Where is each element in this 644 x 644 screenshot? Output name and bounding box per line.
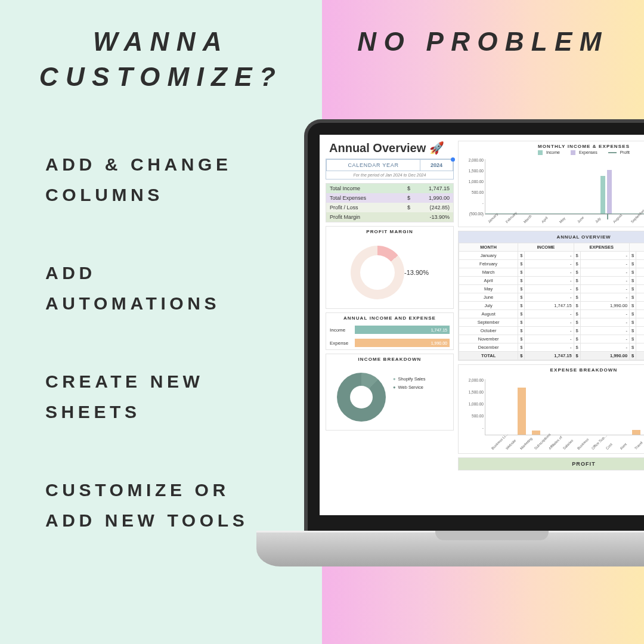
xl: July <box>595 216 602 224</box>
ytick: 2,000.00 <box>461 378 484 382</box>
profit-dip <box>607 214 608 219</box>
table-row: August$-$-$- <box>459 310 645 318</box>
monthly-chart-title: MONTHLY INCOME & EXPENSES <box>461 144 644 149</box>
overview-total-row: TOTAL $1,747.15 $1,990.00 $(242.85) <box>459 352 645 360</box>
table-row: November$-$-$- <box>459 335 645 343</box>
bullet-1: ADD & CHANGE COLUMNS <box>45 149 272 210</box>
income-bar: 1,747.15 <box>355 326 450 334</box>
overview-table-panel: ANNUAL OVERVIEW MONTH INCOME EXPENSES PR… <box>458 231 644 361</box>
xl: August <box>612 213 623 224</box>
donut-icon <box>337 373 386 422</box>
laptop-notch <box>435 531 549 540</box>
ytick: 500.00 <box>461 190 484 194</box>
cell-profit: - <box>636 252 644 260</box>
cell-expenses: - <box>580 285 629 293</box>
income-breakdown-title: INCOME BREAKDOWN <box>326 354 453 364</box>
cell-profit: - <box>636 343 644 352</box>
xl: Affiliates of <box>548 435 563 450</box>
cell-income: - <box>525 252 574 260</box>
dashboard-left-col: Annual Overview 🚀 CALENDAR YEAR 2024 For… <box>326 141 454 434</box>
calendar-year-panel: CALENDAR YEAR 2024 For the period of Jan… <box>326 159 454 179</box>
overview-table-title: ANNUAL OVERVIEW <box>459 231 644 243</box>
annual-income-bar: Income 1,747.15 <box>326 323 453 336</box>
summary-expense-value: 1,990.00 <box>417 195 450 201</box>
xl: March <box>523 214 532 224</box>
summary-table: Total Income $ 1,747.15 Total Expenses $… <box>326 183 454 222</box>
cell-expenses: - <box>580 252 629 260</box>
currency-symbol: $ <box>407 185 417 191</box>
xl: Website <box>505 439 517 451</box>
cell-month: October <box>459 327 518 335</box>
cell-month: March <box>459 268 518 277</box>
income-breakdown-panel: INCOME BREAKDOWN Shopify Sales Web Servi… <box>326 354 454 431</box>
cell-profit: - <box>636 268 644 277</box>
donut-icon <box>351 246 404 299</box>
expense-bar: 1,990.00 <box>355 339 450 347</box>
cell-profit: - <box>636 335 644 343</box>
table-row: May$-$-$- <box>459 285 645 293</box>
expense-bar <box>518 388 526 435</box>
cell-month: August <box>459 310 518 318</box>
summary-profit-value: (242.85) <box>417 205 450 210</box>
table-row: June$-$-$- <box>459 293 645 302</box>
profit-margin-title: PROFIT MARGIN <box>326 227 453 237</box>
cell-income: - <box>525 285 574 293</box>
cell-income: 1,747.15 <box>525 302 574 310</box>
xl: Salaries <box>562 439 574 451</box>
table-row: July$1,747.15$1,990.00$(242.85)-1 <box>459 302 645 310</box>
monthly-chart-panel: MONTHLY INCOME & EXPENSES Income Expense… <box>458 141 644 227</box>
headline-right: NO PROBLEM <box>346 24 620 59</box>
overview-header-row: MONTH INCOME EXPENSES PROFIT MA <box>459 243 645 252</box>
table-row: February$-$-$- <box>459 260 645 268</box>
summary-expense-row: Total Expenses $ 1,990.00 <box>326 193 453 203</box>
monthly-chart-legend: Income Expenses Profit <box>461 149 644 156</box>
cell-month: June <box>459 293 518 302</box>
ytick: - <box>461 201 484 205</box>
th-profit: PROFIT <box>630 243 644 252</box>
cell-income: - <box>525 335 574 343</box>
expense-bar <box>632 430 640 435</box>
ytick: 2,000.00 <box>461 158 484 162</box>
calendar-year-value[interactable]: 2024 <box>420 160 453 171</box>
headline-left: WANNA CUSTOMIZE? <box>36 24 286 95</box>
expense-breakdown-plot <box>485 379 644 435</box>
cell-month: May <box>459 285 518 293</box>
income-breakdown-legend: Shopify Sales Web Service <box>393 375 425 391</box>
cell-income: - <box>525 293 574 302</box>
table-row: January$-$-$- <box>459 252 645 260</box>
annual-ie-panel: ANNUAL INCOME AND EXPENSE Income 1,747.1… <box>326 312 454 350</box>
annual-expense-bar: Expense 1,990.00 <box>326 336 453 349</box>
cell-expenses: - <box>580 335 629 343</box>
xl: Travel <box>634 441 643 450</box>
xl: Business <box>577 438 589 450</box>
bullet-4: CUSTOMIZE OR ADD NEW TOOLS <box>45 475 272 535</box>
profit-margin-value: -13.90% <box>404 269 429 276</box>
laptop-screen: Annual Overview 🚀 CALENDAR YEAR 2024 For… <box>320 135 644 515</box>
summary-margin-row: Profit Margin -13.90% <box>326 212 453 222</box>
bullet-list: ADD & CHANGE COLUMNS ADD AUTOMATIONS CRE… <box>45 149 272 583</box>
legend-item-shopify: Shopify Sales <box>393 375 425 383</box>
cell-profit: - <box>636 285 644 293</box>
total-expenses: 1,990.00 <box>580 352 629 360</box>
overview-table: MONTH INCOME EXPENSES PROFIT MA January$… <box>459 243 644 360</box>
legend-income: Income <box>535 150 562 154</box>
xl: Rent <box>620 442 627 450</box>
summary-income-value: 1,747.15 <box>417 185 450 191</box>
total-label: TOTAL <box>459 352 518 360</box>
laptop-screen-bezel: Annual Overview 🚀 CALENDAR YEAR 2024 For… <box>304 119 644 537</box>
expense-bar <box>532 431 540 435</box>
cell-income: - <box>525 310 574 318</box>
currency-symbol: $ <box>407 195 417 201</box>
income-breakdown-chart: Shopify Sales Web Service <box>326 364 453 430</box>
summary-income-row: Total Income $ 1,747.15 <box>326 184 453 193</box>
profit-margin-panel: PROFIT MARGIN -13.90% <box>326 226 454 309</box>
cell-expenses: - <box>580 268 629 277</box>
table-row: September$-$-$- <box>459 318 645 327</box>
th-expenses: EXPENSES <box>574 243 630 252</box>
legend-item-web: Web Service <box>393 383 425 392</box>
dashboard-title: Annual Overview 🚀 <box>329 141 454 155</box>
profit-margin-chart: -13.90% <box>326 237 453 308</box>
cell-expenses: - <box>580 318 629 327</box>
ytick: 500.00 <box>461 414 484 418</box>
cell-profit: - <box>636 310 644 318</box>
